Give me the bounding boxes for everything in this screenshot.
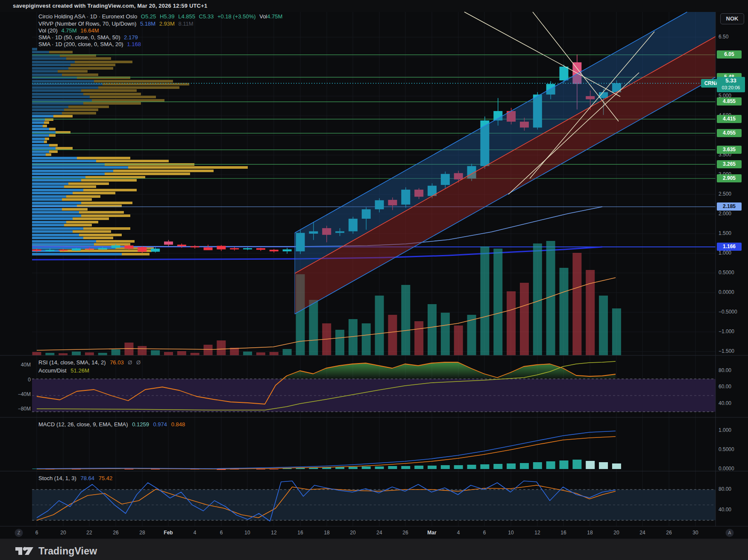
vrvp-up-row: [32, 106, 68, 108]
candle-body: [98, 248, 107, 249]
vrvp-up-row: [32, 86, 98, 89]
vrvp-total-value: 8.11M: [178, 21, 193, 27]
vrvp-title[interactable]: VRVP (Number Of Rows, 70, Up/Down): [38, 21, 136, 27]
symbol-legend-row[interactable]: Circio Holding ASA · 1D · Euronext Oslo …: [38, 13, 285, 20]
time-axis-label: 18: [587, 530, 593, 536]
symbol-title[interactable]: Circio Holding ASA · 1D · Euronext Oslo: [38, 13, 137, 20]
time-axis-label: 28: [139, 530, 145, 536]
rsi-axis-label: 80.00: [719, 367, 731, 373]
candle-body: [72, 249, 81, 251]
vrvp-down-row: [81, 89, 137, 92]
macd-histogram-bar: [428, 466, 437, 469]
volume-bar: [270, 352, 279, 355]
vrvp-up-row: [32, 61, 75, 63]
currency-button[interactable]: NOK: [720, 13, 744, 24]
volume-title[interactable]: Vol (20): [38, 27, 58, 34]
macd-title[interactable]: MACD (12, 26, close, 9, EMA, EMA): [38, 421, 128, 428]
sma200-value: 1.168: [127, 41, 141, 47]
vrvp-up-row: [32, 153, 46, 156]
vrvp-legend-row[interactable]: VRVP (Number Of Rows, 70, Up/Down) 5.18M…: [38, 21, 196, 27]
volume-bar: [256, 352, 265, 355]
scroll-right-badge[interactable]: A: [726, 529, 734, 537]
time-axis-label: 6: [35, 530, 38, 536]
ma-value-badge: 1.166: [717, 243, 742, 251]
vrvp-up-row: [32, 102, 83, 105]
vrvp-down-row: [77, 76, 130, 79]
candle-body: [138, 247, 147, 252]
time-axis-label: 26: [402, 530, 408, 536]
rsi-axis-label: 40.00: [719, 400, 731, 406]
macd-histogram-bar: [375, 466, 384, 469]
volume-bar: [45, 353, 54, 355]
sma200-title[interactable]: SMA · 1D (200, close, 0, SMA, 20): [38, 41, 123, 47]
macd-hist-value: 0.1259: [132, 421, 149, 428]
macd-histogram-bar: [560, 460, 569, 469]
volume-legend-row[interactable]: Vol (20) 4.75M 16.64M: [38, 27, 101, 34]
volume-bar: [204, 345, 213, 355]
tradingview-logo[interactable]: TradingView: [15, 544, 97, 558]
vrvp-up-row: [32, 173, 105, 175]
vrvp-down-row: [94, 80, 173, 82]
vrvp-down-row: [122, 253, 150, 255]
stoch-title[interactable]: Stoch (14, 1, 3): [38, 475, 76, 481]
vrvp-up-row: [32, 214, 81, 217]
time-axis-label: 20: [60, 530, 66, 536]
sma50-legend-row[interactable]: SMA · 1D (50, close, 0, SMA, 50) 2.179: [38, 34, 140, 41]
macd-histogram-bar: [256, 469, 265, 469]
price-axis-label: 1.000: [719, 250, 731, 256]
accum-legend-row[interactable]: Accum/Dist 51.26M: [38, 367, 92, 374]
time-axis-label: 4: [457, 530, 460, 536]
candle-body: [177, 245, 186, 246]
volume-bar: [362, 323, 371, 355]
volume-bar: [243, 352, 252, 355]
macd-legend-row[interactable]: MACD (12, 26, close, 9, EMA, EMA) 0.1259…: [38, 421, 188, 428]
footer-bar: TradingView: [0, 539, 748, 560]
volume-bar: [375, 296, 384, 355]
vrvp-down-row: [64, 224, 92, 226]
scroll-left-badge[interactable]: Z: [15, 529, 23, 537]
vrvp-up-row: [32, 182, 68, 185]
price-level-badge: 4.415: [717, 115, 742, 123]
volume-bar: [414, 321, 423, 355]
vrvp-up-row: [32, 121, 44, 124]
sma50-title[interactable]: SMA · 1D (50, close, 0, SMA, 50): [38, 34, 120, 41]
vrvp-down-row: [45, 118, 53, 121]
vrvp-down-row: [105, 173, 190, 175]
vrvp-up-row: [32, 73, 62, 76]
price-axis-label: 6.50: [719, 34, 728, 40]
volume-bar: [546, 241, 555, 355]
vrvp-down-row: [75, 61, 132, 63]
vrvp-up-row: [32, 237, 83, 239]
vrvp-down-row: [43, 125, 47, 127]
vol-label: Vol: [259, 13, 267, 20]
volume-bar: [388, 315, 397, 355]
bar-countdown: 03:20:06: [717, 85, 745, 91]
vrvp-up-row: [32, 134, 49, 137]
time-axis-label: 20: [613, 530, 619, 536]
vrvp-up-row: [32, 70, 58, 73]
stoch-legend-row[interactable]: Stoch (14, 1, 3) 78.64 75.42: [38, 475, 115, 481]
candle-body: [256, 248, 265, 250]
stoch-k-value: 78.64: [81, 475, 95, 481]
rsi-legend-row[interactable]: RSI (14, close, SMA, 14, 2) 76.03 Ø Ø: [38, 359, 143, 366]
price-level-badge: 4.855: [717, 97, 742, 106]
vrvp-down-row: [44, 121, 49, 124]
time-axis-label: 12: [534, 530, 540, 536]
volume-current: 4.75M: [61, 27, 76, 34]
rsi-title[interactable]: RSI (14, close, SMA, 14, 2): [38, 359, 106, 366]
tradingview-chart-window: savepiginvest created with TradingView.c…: [0, 0, 748, 560]
macd-histogram-bar: [124, 469, 133, 469]
vrvp-up-row: [32, 115, 53, 117]
rsi-value: 76.03: [110, 359, 124, 366]
accum-axis-label: −40M: [11, 391, 31, 397]
volume-bar: [533, 243, 542, 355]
vrvp-up-value: 5.18M: [140, 21, 155, 27]
vrvp-down-row: [85, 176, 145, 179]
vrvp-down-row: [68, 67, 113, 70]
sma200-legend-row[interactable]: SMA · 1D (200, close, 0, SMA, 20) 1.168: [38, 41, 143, 47]
candle-body: [560, 67, 569, 80]
vrvp-down-row: [83, 189, 137, 191]
time-axis-label: 16: [560, 530, 566, 536]
accum-title[interactable]: Accum/Dist: [38, 367, 67, 374]
macd-histogram-bar: [599, 462, 608, 469]
